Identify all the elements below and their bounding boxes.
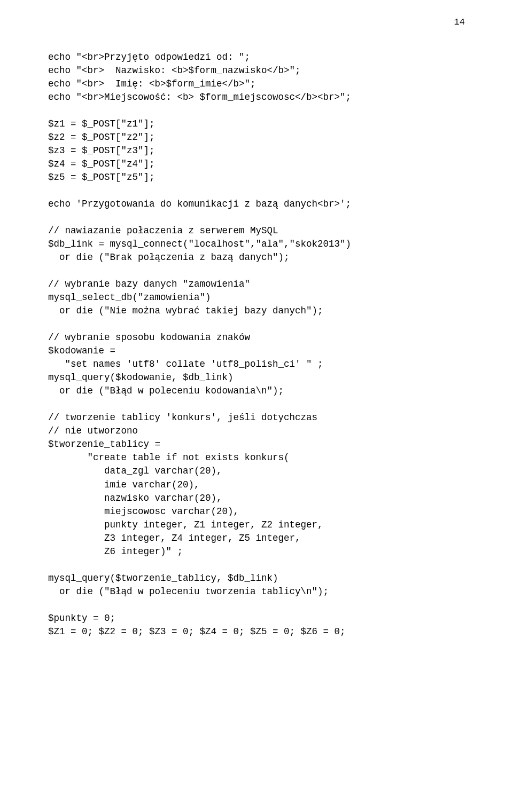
- document-page: 14 echo "<br>Przyjęto odpowiedzi od: "; …: [0, 0, 513, 812]
- page-number: 14: [454, 16, 465, 29]
- code-block: echo "<br>Przyjęto odpowiedzi od: "; ech…: [48, 51, 465, 638]
